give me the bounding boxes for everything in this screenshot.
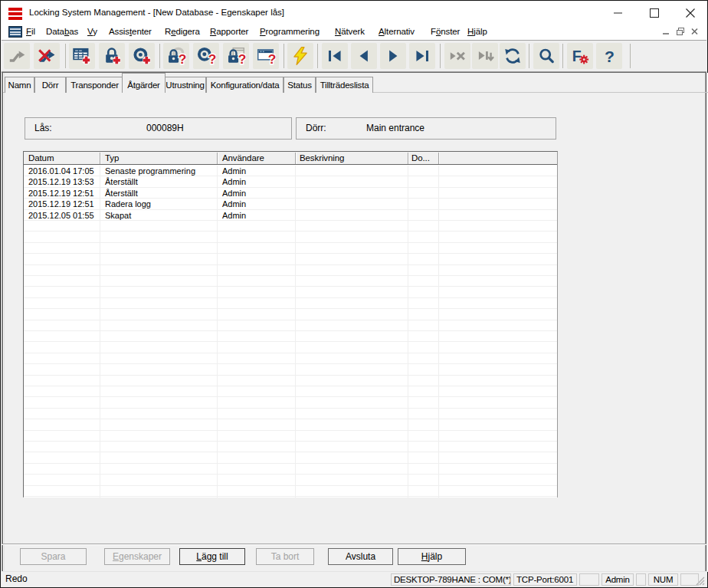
- cell: Återställt: [105, 176, 138, 187]
- table-row[interactable]: 2016.01.04 17:05Senaste programmeringAdm…: [24, 166, 557, 176]
- tab-konfiguration-data[interactable]: Konfiguration/data: [206, 77, 284, 93]
- search-icon: [536, 46, 556, 66]
- tab-tg-rder[interactable]: Åtgärder: [122, 73, 166, 93]
- mdi-restore-button[interactable]: [675, 26, 687, 38]
- status-ready-text: Redo: [5, 572, 28, 587]
- menu-programmering[interactable]: Programmering: [260, 24, 320, 40]
- app-logo-icon: [8, 8, 22, 20]
- menu-vy[interactable]: Vy: [87, 24, 97, 40]
- menu-f-nster[interactable]: Fönster: [431, 24, 460, 40]
- cell: Admin: [222, 188, 246, 199]
- bottom-separator-highlight: [2, 544, 706, 545]
- lock-add-icon: [102, 46, 122, 66]
- svg-text:?: ?: [605, 48, 615, 65]
- filter-config-icon: F: [570, 46, 590, 66]
- column-header-typ[interactable]: Typ: [105, 152, 119, 165]
- window-close-button[interactable]: [678, 2, 703, 24]
- nav-last-icon: [412, 46, 432, 66]
- toolbar-transponder-read-button[interactable]: ?: [193, 43, 219, 69]
- cell: 2015.12.19 12:51: [28, 199, 94, 209]
- tab-namn[interactable]: Namn: [5, 77, 34, 93]
- mdi-close-button[interactable]: [689, 26, 700, 38]
- toolbar-lock-network-read-button[interactable]: ?: [223, 43, 249, 69]
- tab-status[interactable]: Status: [284, 77, 316, 93]
- table-row[interactable]: 2015.12.05 01:55SkapatAdmin: [24, 210, 557, 221]
- toolbar-program-flash-button[interactable]: [287, 43, 313, 69]
- toolbar-zigzag-arrow-delete-button[interactable]: [34, 43, 60, 69]
- menu-redigera[interactable]: Redigera: [165, 24, 200, 40]
- column-resize-handle[interactable]: [295, 153, 296, 164]
- column-resize-handle[interactable]: [217, 153, 218, 164]
- toolbar-search-button[interactable]: [533, 43, 559, 69]
- svg-text:F: F: [572, 48, 582, 64]
- column-resize-handle[interactable]: [438, 153, 439, 164]
- window-minimize-button[interactable]: [606, 2, 631, 24]
- status-panel-empty: [680, 573, 699, 586]
- cell: Återställt: [105, 188, 138, 199]
- hj-lp-button[interactable]: Hjälp: [398, 548, 466, 565]
- status-panel-desktop-789hane-com: DESKTOP-789HANE : COM(*): [391, 573, 511, 586]
- svg-text:?: ?: [179, 51, 186, 66]
- toolbar-filter-config-button[interactable]: F: [567, 43, 593, 69]
- nav-jump-icon: [475, 46, 495, 66]
- tab-transponder[interactable]: Transponder: [66, 77, 123, 93]
- zigzag-arrow-icon: [7, 46, 27, 66]
- toolbar-nav-cancel-button: [444, 43, 470, 69]
- menu-databas[interactable]: Databas: [46, 24, 78, 40]
- app-window: Locking System Management - [New Databas…: [0, 0, 708, 588]
- l-gg-till-button[interactable]: Lägg till: [179, 548, 245, 565]
- cell: Admin: [222, 210, 246, 221]
- svg-text:?: ?: [268, 51, 276, 66]
- toolbar-lock-read-button[interactable]: ?: [163, 43, 189, 69]
- toolbar-lock-add-button[interactable]: [99, 43, 125, 69]
- cell: Admin: [222, 176, 246, 187]
- cell: 2015.12.19 13:53: [28, 176, 94, 187]
- menu-n-tverk[interactable]: Nätverk: [335, 24, 365, 40]
- toolbar-separator: [562, 44, 563, 68]
- toolbar-window-read-button[interactable]: ?: [253, 43, 279, 69]
- toolbar-nav-next-button[interactable]: [380, 43, 406, 69]
- toolbar-nav-prev-button[interactable]: [351, 43, 377, 69]
- client-frame-left-fill: [4, 73, 5, 572]
- toolbar-nav-first-button[interactable]: [322, 43, 348, 69]
- table-row[interactable]: 2015.12.19 13:53ÅterställtAdmin: [24, 176, 557, 187]
- window-title: Locking System Management - [New Databas…: [29, 2, 284, 24]
- svg-text:?: ?: [238, 51, 246, 66]
- nav-cancel-icon: [447, 46, 467, 66]
- zigzag-arrow-delete-icon: [37, 46, 57, 66]
- window-maximize-button[interactable]: [642, 2, 667, 24]
- door-field-label: Dörr:: [306, 118, 326, 139]
- column-header-do[interactable]: Do...: [411, 152, 430, 165]
- toolbar-refresh-button[interactable]: [500, 43, 526, 69]
- column-header-datum[interactable]: Datum: [28, 152, 54, 165]
- table-row[interactable]: 2015.12.19 12:51ÅterställtAdmin: [24, 188, 557, 199]
- menu-bar: FilDatabasVyAssistenterRedigeraRapporter…: [2, 24, 706, 40]
- door-field-box: Dörr: Main entrance: [296, 117, 556, 140]
- column-resize-handle[interactable]: [100, 153, 100, 164]
- tab-d-rr[interactable]: Dörr: [34, 77, 66, 93]
- status-panel-num: NUM: [648, 573, 678, 586]
- menu-alternativ[interactable]: Alternativ: [379, 24, 415, 40]
- status-panel-empty: [579, 573, 599, 586]
- maximize-icon: [650, 8, 659, 18]
- column-header-beskrivning[interactable]: Beskrivning: [300, 152, 344, 165]
- table-row[interactable]: 2015.12.19 12:51Radera loggAdmin: [24, 199, 557, 209]
- tab-utrustning[interactable]: Utrustning: [164, 77, 206, 93]
- menu-assistenter[interactable]: Assistenter: [109, 24, 152, 40]
- menu-rapporter[interactable]: Rapporter: [210, 24, 248, 40]
- column-header-anv-ndare[interactable]: Användare: [222, 152, 264, 165]
- toolbar-nav-last-button[interactable]: [409, 43, 435, 69]
- mdi-minimize-button[interactable]: [660, 26, 672, 38]
- toolbar-transponder-add-button[interactable]: [129, 43, 155, 69]
- mdi-restore-icon: [675, 26, 687, 38]
- column-resize-handle[interactable]: [408, 153, 408, 164]
- tab-tilltr-deslista[interactable]: Tillträdeslista: [316, 77, 373, 93]
- menu-fil[interactable]: Fil: [26, 24, 35, 40]
- mdi-document-icon[interactable]: [8, 26, 22, 38]
- cell: 2015.12.05 01:55: [28, 210, 94, 221]
- menu-hj-lp[interactable]: Hjälp: [467, 24, 487, 40]
- toolbar-help-button[interactable]: ?: [596, 43, 622, 69]
- avsluta-button[interactable]: Avsluta: [328, 548, 393, 565]
- cell: Senaste programmering: [105, 166, 195, 176]
- toolbar-matrix-add-button[interactable]: [69, 43, 95, 69]
